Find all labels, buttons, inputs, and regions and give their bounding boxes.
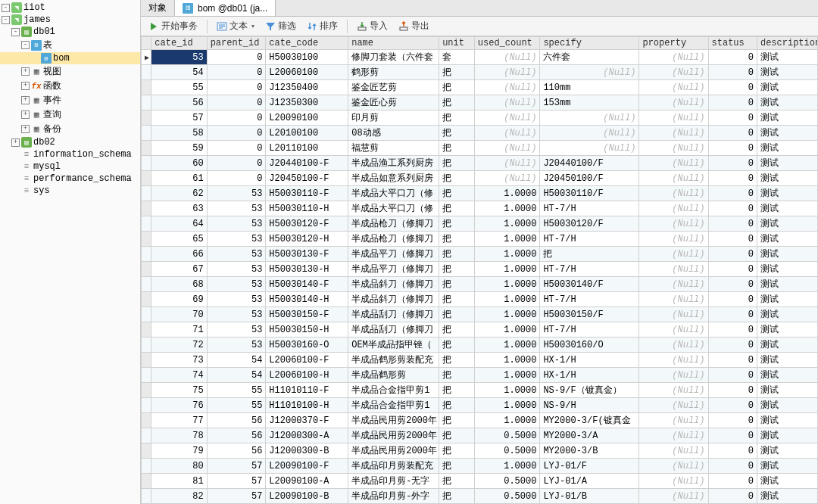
cell-cate_code[interactable]: L20110100 xyxy=(266,141,348,156)
cell-parent_id[interactable]: 57 xyxy=(207,474,266,489)
row-marker[interactable] xyxy=(142,216,151,232)
cell-specify[interactable]: NS-9/F（镀真金） xyxy=(540,383,639,398)
table-row[interactable]: 540L20060100鹤形剪把(Null)(Null)(Null)0测试 xyxy=(142,65,818,80)
cell-specify[interactable]: HX-1/H xyxy=(540,368,639,383)
cell-cate_code[interactable]: H50030110-F xyxy=(266,186,348,201)
cell-description[interactable]: 测试 xyxy=(757,459,817,474)
cell-cate_id[interactable]: 77 xyxy=(151,413,207,428)
row-marker[interactable] xyxy=(142,292,151,307)
cell-name[interactable]: 半成品民用剪2000年 xyxy=(348,443,439,459)
row-marker[interactable] xyxy=(142,428,151,443)
cell-specify[interactable]: (Null) xyxy=(540,110,639,126)
tree-item-函数[interactable]: +fx函数 xyxy=(0,79,140,93)
cell-property[interactable]: (Null) xyxy=(639,489,708,504)
cell-description[interactable]: 测试 xyxy=(757,383,817,398)
cell-parent_id[interactable]: 56 xyxy=(207,413,266,428)
cell-cate_code[interactable]: J12000370-F xyxy=(266,413,348,428)
cell-unit[interactable]: 套 xyxy=(439,50,475,65)
cell-status[interactable]: 0 xyxy=(708,50,757,65)
cell-used_count[interactable]: 0.5000 xyxy=(474,443,540,459)
table-row[interactable]: 6753H50030130-H半成品平刀（修脚刀把1.0000HT-7/H(Nu… xyxy=(142,262,818,277)
row-marker[interactable] xyxy=(142,262,151,277)
cell-parent_id[interactable]: 53 xyxy=(207,201,266,216)
cell-cate_code[interactable]: H11010110-F xyxy=(266,383,348,398)
cell-unit[interactable]: 把 xyxy=(439,353,475,368)
begin-transaction-button[interactable]: 开始事务 xyxy=(144,18,202,34)
cell-property[interactable]: (Null) xyxy=(639,443,708,459)
cell-property[interactable]: (Null) xyxy=(639,216,708,232)
cell-specify[interactable]: HT-7/H xyxy=(540,201,639,216)
cell-name[interactable]: 鉴金匠心剪 xyxy=(348,95,439,110)
table-row[interactable]: 6353H50030110-H半成品大平口刀（修把1.0000HT-7/H(Nu… xyxy=(142,201,818,216)
tree-toggle-icon[interactable]: - xyxy=(21,41,30,49)
cell-property[interactable]: (Null) xyxy=(639,292,708,307)
cell-name[interactable]: 半成品民用剪2000年 xyxy=(348,413,439,428)
cell-cate_id[interactable]: 68 xyxy=(151,277,207,292)
cell-specify[interactable]: LYJ-01/F xyxy=(540,459,639,474)
cell-name[interactable]: 08动感 xyxy=(348,126,439,141)
row-marker[interactable] xyxy=(142,353,151,368)
tree-item-james[interactable]: -◥james xyxy=(0,14,140,26)
table-row[interactable]: 7053H50030150-F半成品刮刀（修脚刀把1.0000H50030150… xyxy=(142,307,818,322)
cell-parent_id[interactable]: 0 xyxy=(207,95,266,110)
cell-used_count[interactable]: 1.0000 xyxy=(474,353,540,368)
cell-unit[interactable]: 把 xyxy=(439,428,475,443)
cell-cate_id[interactable]: 79 xyxy=(151,443,207,459)
table-row[interactable]: 7956J12000300-B半成品民用剪2000年把0.5000MY2000-… xyxy=(142,443,818,459)
cell-cate_code[interactable]: H50030160-O xyxy=(266,338,348,353)
cell-description[interactable]: 测试 xyxy=(757,50,817,65)
cell-cate_code[interactable]: L20060100-H xyxy=(266,368,348,383)
tree-item-performance_schema[interactable]: ≡performance_schema xyxy=(0,173,140,185)
row-marker[interactable] xyxy=(142,247,151,262)
tree-item-表[interactable]: -⊞表 xyxy=(0,38,140,52)
cell-specify[interactable]: 把 xyxy=(540,247,639,262)
cell-description[interactable]: 测试 xyxy=(757,277,817,292)
table-row[interactable]: 8257L20090100-B半成品印月剪-外字把0.5000LYJ-01/B(… xyxy=(142,489,818,504)
cell-property[interactable]: (Null) xyxy=(639,413,708,428)
cell-unit[interactable]: 把 xyxy=(439,65,475,80)
cell-used_count[interactable]: 1.0000 xyxy=(474,262,540,277)
cell-property[interactable]: (Null) xyxy=(639,201,708,216)
cell-unit[interactable]: 把 xyxy=(439,171,475,186)
cell-property[interactable]: (Null) xyxy=(639,338,708,353)
cell-property[interactable]: (Null) xyxy=(639,398,708,413)
table-row[interactable]: 550J12350400鉴金匠艺剪把(Null)110mm(Null)0测试 xyxy=(142,80,818,95)
row-marker[interactable] xyxy=(142,489,151,504)
cell-parent_id[interactable]: 54 xyxy=(207,353,266,368)
cell-parent_id[interactable]: 0 xyxy=(207,126,266,141)
cell-used_count[interactable]: 0.5000 xyxy=(474,428,540,443)
cell-description[interactable]: 测试 xyxy=(757,126,817,141)
cell-cate_code[interactable]: J12350300 xyxy=(266,95,348,110)
cell-parent_id[interactable]: 0 xyxy=(207,65,266,80)
column-header-specify[interactable]: specify xyxy=(540,37,639,50)
cell-cate_code[interactable]: H50030140-H xyxy=(266,292,348,307)
cell-property[interactable]: (Null) xyxy=(639,126,708,141)
cell-name[interactable]: 印月剪 xyxy=(348,110,439,126)
row-marker[interactable]: ▶ xyxy=(142,50,151,65)
cell-status[interactable]: 0 xyxy=(708,353,757,368)
cell-specify[interactable]: LYJ-01/B xyxy=(540,489,639,504)
cell-cate_id[interactable]: 70 xyxy=(151,307,207,322)
cell-status[interactable]: 0 xyxy=(708,489,757,504)
cell-cate_code[interactable]: H50030120-H xyxy=(266,232,348,247)
row-marker[interactable] xyxy=(142,398,151,413)
cell-status[interactable]: 0 xyxy=(708,307,757,322)
filter-button[interactable]: 筛选 xyxy=(261,18,301,34)
cell-description[interactable]: 测试 xyxy=(757,65,817,80)
table-row[interactable]: 610J20450100-F半成品如意系列厨房把(Null)J20450100/… xyxy=(142,171,818,186)
cell-property[interactable]: (Null) xyxy=(639,65,708,80)
column-header-used_count[interactable]: used_count xyxy=(474,37,540,50)
tab-对象[interactable]: 对象 xyxy=(141,0,175,16)
cell-used_count[interactable]: 1.0000 xyxy=(474,232,540,247)
cell-used_count[interactable]: (Null) xyxy=(474,156,540,171)
cell-name[interactable]: 半成品印月剪装配充 xyxy=(348,459,439,474)
cell-property[interactable]: (Null) xyxy=(639,322,708,338)
cell-cate_code[interactable]: L20090100-B xyxy=(266,489,348,504)
cell-unit[interactable]: 把 xyxy=(439,292,475,307)
cell-cate_id[interactable]: 63 xyxy=(151,201,207,216)
cell-unit[interactable]: 把 xyxy=(439,201,475,216)
cell-cate_code[interactable]: L20090100-A xyxy=(266,474,348,489)
cell-description[interactable]: 测试 xyxy=(757,338,817,353)
tree-item-sys[interactable]: ≡sys xyxy=(0,185,140,197)
tree-item-db01[interactable]: -▤db01 xyxy=(0,26,140,38)
